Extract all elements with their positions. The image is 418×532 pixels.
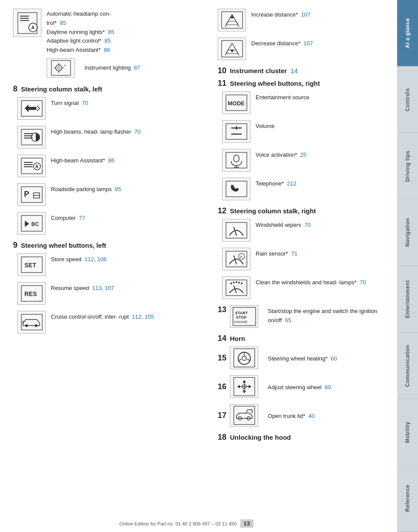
parking-lamps-ref[interactable]: 85 xyxy=(115,186,121,192)
section10-number: 10 xyxy=(218,66,226,75)
highbeam-assistant-ref[interactable]: 86 xyxy=(104,47,110,53)
cruise-control-icon-box xyxy=(17,311,46,333)
section17-ref[interactable]: 40 xyxy=(308,413,314,419)
set-icon: SET xyxy=(20,256,43,273)
sidebar-tab-reference[interactable]: Reference xyxy=(397,465,418,532)
computer-ref[interactable]: 77 xyxy=(79,215,85,221)
headlamp-ref1[interactable]: 85 xyxy=(60,20,66,26)
right-column: Increase distance* 107 xyxy=(213,9,388,445)
store-speed-ref2[interactable]: 106 xyxy=(97,256,107,263)
page-number: 13 xyxy=(240,519,253,528)
section8-items: Turn signal 70 xyxy=(17,97,205,235)
resume-speed-ref2[interactable]: 107 xyxy=(105,285,115,291)
trunk-icon-box xyxy=(230,404,258,427)
wipers-icon-box xyxy=(222,219,250,242)
section11-header: 11 Steering wheel buttons, right xyxy=(218,79,388,88)
headlamp-line2: trol* 85 xyxy=(47,19,114,28)
svg-point-78 xyxy=(242,356,246,360)
section10-ref[interactable]: 14 xyxy=(290,67,298,74)
adaptive-ref[interactable]: 85 xyxy=(104,37,111,44)
computer-text: Computer 77 xyxy=(51,212,205,223)
turn-signal-label: Turn signal 70 xyxy=(51,100,88,106)
section18-header: 18 Unlocking the hood xyxy=(218,433,388,442)
section16-label: Adjust steering wheel 60 xyxy=(268,384,331,391)
headlamp-control-item: A Automatic headlamp con- trol* 85 Dayti… xyxy=(13,9,205,55)
section13-ref[interactable]: 65 xyxy=(285,317,291,323)
section16-text: Adjust steering wheel 60 xyxy=(263,381,388,392)
section9-items: SET Store speed 112, 106 RES xyxy=(17,253,205,333)
svg-text:MODE: MODE xyxy=(228,100,245,107)
store-speed-ref1[interactable]: 112 xyxy=(84,256,94,263)
cruise-ref1[interactable]: 112 xyxy=(132,313,142,320)
instrument-lighting-label: Instrument lighting 87 xyxy=(84,64,140,73)
wipers-icon xyxy=(225,222,248,239)
sidebar-tab-entertainment[interactable]: Entertainment xyxy=(397,266,418,333)
increase-distance-ref[interactable]: 107 xyxy=(301,11,310,18)
adaptive-line: Adaptive light control* 85 xyxy=(47,37,114,46)
sidebar-tab-communication[interactable]: Communication xyxy=(397,333,418,399)
svg-text:A: A xyxy=(31,25,34,30)
increase-distance-icon xyxy=(221,11,243,29)
instrument-lighting-ref[interactable]: 87 xyxy=(134,64,140,71)
wipers-ref[interactable]: 70 xyxy=(304,222,310,228)
section15-item: 15 Steeri xyxy=(218,347,388,369)
instrument-lighting-text: J Instrument lighting 87 xyxy=(47,57,140,77)
instrument-lighting-icon: J xyxy=(50,60,72,76)
high-beam-assist-ref[interactable]: 86 xyxy=(108,157,115,164)
cruise-control-label1: Cruise control on/off, inter- xyxy=(51,313,118,320)
start-stop-icon-box: START STOP ENGINE xyxy=(230,305,258,328)
highbeam-assistant-line: High-beam Assistant* 86 xyxy=(47,46,114,55)
sidebar-tab-driving-tips[interactable]: Driving tips xyxy=(397,133,418,200)
turn-signal-ref[interactable]: 70 xyxy=(82,100,88,106)
start-stop-icon: START STOP ENGINE xyxy=(232,306,256,327)
increase-distance-label: Increase distance* 107 xyxy=(251,11,310,18)
section8-label: Steering column stalk, left xyxy=(21,85,102,93)
section11-number: 11 xyxy=(218,79,226,88)
sidebar-tab-controls[interactable]: Controls xyxy=(397,67,418,133)
section8-number: 8 xyxy=(13,84,17,94)
clean-windshields-text: Clean the windshields and head- lamps* 7… xyxy=(256,276,388,287)
resume-speed-ref1[interactable]: 113 xyxy=(92,285,102,291)
high-beams-ref[interactable]: 70 xyxy=(135,128,141,135)
clean-windshields-ref[interactable]: 70 xyxy=(360,279,366,286)
adjust-wheel-icon-box xyxy=(230,375,258,398)
section16-item: 16 xyxy=(218,375,388,398)
svg-point-7 xyxy=(56,65,62,71)
turn-signal-icon xyxy=(20,100,43,117)
rain-sensor-item: A Rain sensor* 71 xyxy=(222,248,388,270)
telephone-label: Telephone* 212 xyxy=(256,180,297,187)
section13-number: 13 xyxy=(218,305,226,314)
section15-ref[interactable]: 60 xyxy=(331,355,337,362)
main-content: A Automatic headlamp con- trol* 85 Dayti… xyxy=(0,0,397,532)
section16-ref[interactable]: 60 xyxy=(325,384,331,391)
steering-heat-icon-box xyxy=(230,347,258,369)
decrease-distance-icon-box xyxy=(218,37,246,60)
adjust-wheel-icon xyxy=(233,377,256,397)
computer-item: BC Computer 77 xyxy=(17,212,205,235)
telephone-ref[interactable]: 212 xyxy=(287,180,297,187)
section12-items: Windshield wipers 70 A xyxy=(222,219,388,299)
section13-item: 13 START STOP ENGINE Start/stop the engi… xyxy=(218,305,388,328)
svg-rect-40 xyxy=(222,12,243,28)
svg-text:A: A xyxy=(240,255,243,259)
increase-distance-icon-box xyxy=(218,9,246,31)
daytime-ref[interactable]: 85 xyxy=(108,29,114,35)
high-beams-icon-box xyxy=(17,126,46,148)
section17-number: 17 xyxy=(218,411,226,420)
wipers-text: Windshield wipers 70 xyxy=(256,219,388,230)
section12-label: Steering column stalk, right xyxy=(230,207,316,215)
decrease-distance-item: Decrease distance* 107 xyxy=(218,37,388,60)
section15-number: 15 xyxy=(218,354,226,363)
sidebar-tab-navigation[interactable]: Navigation xyxy=(397,199,418,266)
svg-point-69 xyxy=(238,282,240,283)
decrease-distance-ref[interactable]: 107 xyxy=(303,40,313,47)
section11-items: MODE Entertainment source xyxy=(222,91,388,200)
rain-sensor-ref[interactable]: 71 xyxy=(291,250,297,257)
headlamp-line1: Automatic headlamp con- xyxy=(47,10,114,19)
voice-activation-ref[interactable]: 25 xyxy=(300,152,307,158)
cruise-ref2[interactable]: 105 xyxy=(145,313,154,320)
sidebar-tab-at-a-glance[interactable]: At a glance xyxy=(397,0,418,67)
sidebar-tab-mobility[interactable]: Mobility xyxy=(397,399,418,466)
section9-label: Steering wheel buttons, left xyxy=(21,242,106,249)
high-beam-assist-label: High-beam Assistant* 86 xyxy=(51,157,115,164)
